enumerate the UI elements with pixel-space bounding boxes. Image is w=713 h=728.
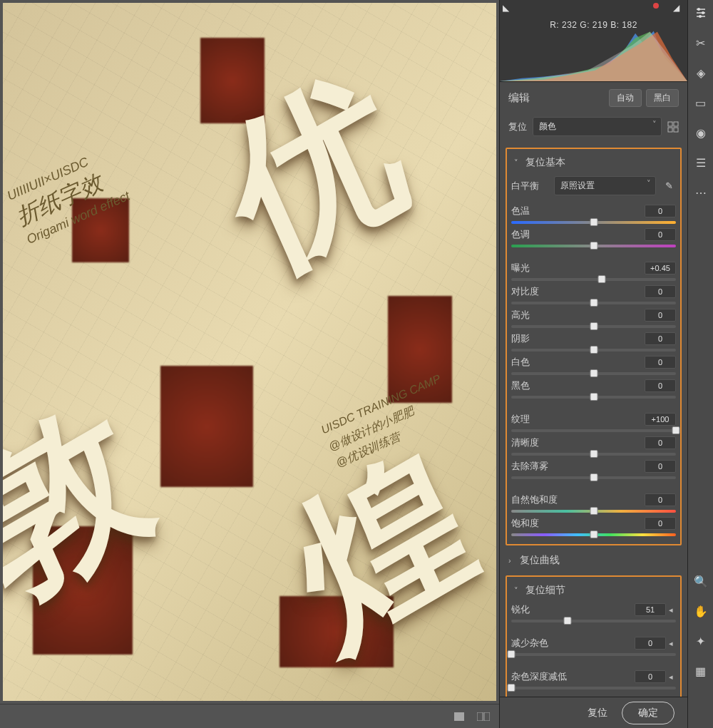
- footer-bar: 复位 确定: [500, 697, 687, 728]
- slider-value-vibrance[interactable]: 0: [645, 493, 676, 506]
- slider-track-saturation[interactable]: [511, 533, 676, 536]
- slider-value-whites[interactable]: 0: [645, 356, 676, 369]
- shadow-clip-icon[interactable]: ◣: [503, 3, 514, 13]
- slider-thumb-exposure[interactable]: [598, 275, 606, 283]
- heal-tool-icon[interactable]: ◈: [692, 64, 709, 81]
- slider-dehaze: 去除薄雾0: [511, 458, 676, 481]
- slider-track-whites[interactable]: [511, 372, 676, 375]
- wb-select[interactable]: 原照设置: [554, 176, 656, 195]
- slider-value-shadows[interactable]: 0: [645, 332, 676, 345]
- slider-thumb-highlights[interactable]: [590, 322, 597, 330]
- slider-value-blacks[interactable]: 0: [645, 379, 676, 392]
- slider-value-exposure[interactable]: +0.45: [645, 262, 676, 275]
- slider-highlights: 高光0: [511, 307, 676, 330]
- panel-scroll[interactable]: ˅ 复位基本 白平衡 原照设置 ✎ 色温0色调0曝光+0.45对比度0高光0阴影…: [500, 143, 687, 697]
- profile-select[interactable]: 颜色: [533, 117, 662, 136]
- slider-label-whites: 白色: [511, 356, 530, 369]
- slider-value-temp[interactable]: 0: [645, 205, 676, 217]
- slider-thumb-temp[interactable]: [590, 218, 597, 226]
- slider-value-contrast[interactable]: 0: [645, 285, 676, 298]
- slider-thumb-whites[interactable]: [590, 369, 597, 377]
- slider-track-colornr[interactable]: [511, 687, 676, 689]
- slider-value-tint[interactable]: 0: [645, 228, 676, 241]
- basic-section: ˅ 复位基本 白平衡 原照设置 ✎ 色温0色调0曝光+0.45对比度0高光0阴影…: [506, 148, 682, 545]
- eyedropper-icon[interactable]: ✎: [662, 180, 676, 191]
- ok-button[interactable]: 确定: [622, 702, 674, 724]
- mask-tool-icon[interactable]: ▭: [692, 94, 709, 111]
- curve-section-header[interactable]: › 复位曲线: [506, 550, 682, 571]
- slider-value-saturation[interactable]: 0: [645, 517, 676, 530]
- reset-button[interactable]: 复位: [588, 707, 607, 719]
- slider-value-clarity[interactable]: 0: [645, 436, 676, 449]
- slider-value-nr[interactable]: 0: [635, 637, 666, 650]
- chevron-right-icon: ›: [508, 556, 515, 565]
- crop-tool-icon[interactable]: ✂: [692, 34, 709, 51]
- view-single-icon[interactable]: [451, 710, 468, 723]
- highlight-clip-icon[interactable]: ◢: [673, 3, 684, 13]
- svg-rect-4: [674, 122, 678, 126]
- profile-browser-icon[interactable]: [667, 121, 679, 133]
- view-before-after-icon[interactable]: [475, 710, 492, 723]
- slider-thumb-tint[interactable]: [590, 242, 597, 250]
- more-icon[interactable]: ⋯: [692, 184, 709, 201]
- slider-track-vibrance[interactable]: [511, 510, 676, 513]
- slider-thumb-texture[interactable]: [672, 426, 680, 434]
- disclosure-icon[interactable]: ◂: [669, 605, 676, 615]
- slider-temp: 色温0: [511, 202, 676, 226]
- curve-title: 复位曲线: [520, 554, 560, 567]
- slider-thumb-vibrance[interactable]: [590, 507, 597, 515]
- slider-thumb-nr[interactable]: [508, 650, 515, 658]
- slider-thumb-contrast[interactable]: [590, 299, 597, 307]
- slider-label-sharpen: 锐化: [511, 603, 530, 616]
- presets-icon[interactable]: ☰: [692, 154, 709, 171]
- bw-button[interactable]: 黑白: [646, 89, 679, 107]
- slider-label-saturation: 饱和度: [511, 517, 539, 530]
- slider-value-sharpen[interactable]: 51: [635, 603, 666, 616]
- grid-tool-icon[interactable]: ▦: [692, 662, 709, 680]
- slider-tint: 色调0: [511, 226, 676, 250]
- slider-track-blacks[interactable]: [511, 396, 676, 399]
- histogram[interactable]: ◣ ◢ R: 232 G: 219 B: 182: [500, 0, 687, 82]
- slider-thumb-saturation[interactable]: [590, 530, 597, 538]
- detail-section-header[interactable]: ˅ 复位细节: [511, 580, 676, 601]
- basic-section-header[interactable]: ˅ 复位基本: [511, 152, 676, 173]
- slider-thumb-dehaze[interactable]: [590, 473, 597, 481]
- edit-tool-icon[interactable]: [692, 4, 709, 21]
- auto-button[interactable]: 自动: [609, 89, 642, 107]
- slider-thumb-shadows[interactable]: [590, 346, 597, 354]
- slider-track-texture[interactable]: [511, 429, 676, 432]
- zoom-tool-icon[interactable]: 🔍: [692, 573, 709, 590]
- document-preview[interactable]: 优 敦 煌 UIIIIUII×UISDC 折纸字效 Origami word e…: [3, 3, 496, 701]
- slider-track-nr[interactable]: [511, 653, 676, 656]
- slider-track-shadows[interactable]: [511, 349, 676, 352]
- curve-section: › 复位曲线: [506, 550, 682, 571]
- svg-rect-3: [668, 122, 672, 126]
- slider-value-dehaze[interactable]: 0: [645, 460, 676, 473]
- slider-thumb-colornr[interactable]: [508, 684, 515, 692]
- redeye-tool-icon[interactable]: ◉: [692, 124, 709, 141]
- svg-point-7: [697, 8, 700, 11]
- canvas-footer: [0, 704, 499, 728]
- slider-value-texture[interactable]: +100: [645, 413, 676, 426]
- disclosure-icon[interactable]: ◂: [669, 639, 676, 648]
- slider-track-temp[interactable]: [511, 221, 676, 224]
- slider-track-sharpen[interactable]: [511, 620, 676, 622]
- slider-value-colornr[interactable]: 0: [635, 670, 666, 683]
- slider-nr: 减少杂色0◂: [511, 635, 676, 658]
- slider-track-highlights[interactable]: [511, 325, 676, 328]
- slider-thumb-sharpen[interactable]: [563, 617, 571, 625]
- slider-thumb-clarity[interactable]: [590, 450, 597, 458]
- slider-track-dehaze[interactable]: [511, 476, 676, 479]
- slider-track-contrast[interactable]: [511, 302, 676, 304]
- slider-thumb-blacks[interactable]: [590, 393, 597, 401]
- slider-clarity: 清晰度0: [511, 434, 676, 458]
- slider-track-clarity[interactable]: [511, 453, 676, 456]
- slider-track-tint[interactable]: [511, 245, 676, 247]
- slider-label-temp: 色温: [511, 205, 530, 217]
- slider-track-exposure[interactable]: [511, 278, 676, 281]
- slider-value-highlights[interactable]: 0: [645, 309, 676, 322]
- detail-title: 复位细节: [525, 584, 565, 597]
- disclosure-icon[interactable]: ◂: [669, 672, 676, 682]
- hand-tool-icon[interactable]: ✋: [692, 603, 709, 620]
- sampler-tool-icon[interactable]: ✦: [692, 632, 709, 650]
